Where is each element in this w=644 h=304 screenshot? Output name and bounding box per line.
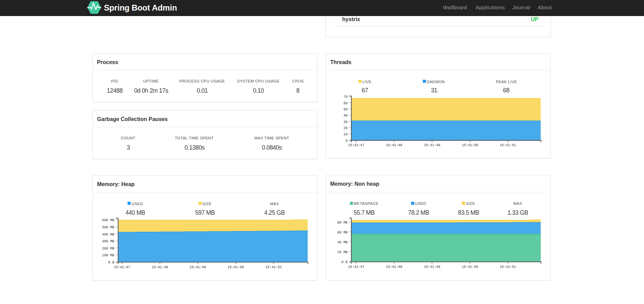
svg-text:600 MB: 600 MB (102, 218, 114, 222)
svg-text:300 MB: 300 MB (102, 240, 114, 243)
svg-text:15:41:50: 15:41:50 (462, 265, 478, 269)
svg-text:20 MB: 20 MB (337, 250, 348, 254)
svg-text:30: 30 (343, 120, 348, 124)
svg-text:15:41:48: 15:41:48 (386, 265, 402, 269)
svg-text:200 MB: 200 MB (102, 247, 114, 250)
svg-text:15:41:47: 15:41:47 (114, 265, 130, 269)
svg-text:20: 20 (343, 126, 348, 130)
svg-text:0 B: 0 B (341, 260, 348, 264)
svg-text:15:41:49: 15:41:49 (189, 265, 206, 269)
svg-text:15:41:47: 15:41:47 (348, 143, 364, 147)
svg-text:15:41:50: 15:41:50 (462, 143, 478, 147)
svg-text:80 MB: 80 MB (337, 221, 348, 225)
svg-text:500 MB: 500 MB (102, 226, 114, 229)
svg-text:40 MB: 40 MB (337, 241, 348, 244)
svg-text:15:41:51: 15:41:51 (500, 143, 516, 147)
svg-text:40: 40 (343, 114, 348, 118)
svg-text:15:41:51: 15:41:51 (500, 265, 516, 269)
svg-text:0 B: 0 B (108, 261, 114, 264)
svg-text:15:41:48: 15:41:48 (152, 265, 168, 269)
svg-text:60: 60 (343, 102, 348, 105)
svg-text:100 MB: 100 MB (102, 254, 114, 257)
svg-text:15:41:50: 15:41:50 (228, 265, 244, 269)
svg-text:15:41:48: 15:41:48 (386, 143, 402, 147)
svg-text:15:41:47: 15:41:47 (348, 265, 364, 269)
svg-text:10: 10 (343, 133, 348, 136)
svg-text:70: 70 (343, 95, 348, 99)
svg-text:15:41:51: 15:41:51 (265, 265, 282, 269)
svg-text:50: 50 (343, 108, 348, 111)
svg-text:0: 0 (346, 139, 348, 143)
svg-text:60 MB: 60 MB (337, 231, 348, 234)
svg-text:400 MB: 400 MB (102, 233, 114, 237)
svg-text:15:41:49: 15:41:49 (424, 265, 440, 269)
svg-text:15:41:49: 15:41:49 (424, 143, 440, 147)
